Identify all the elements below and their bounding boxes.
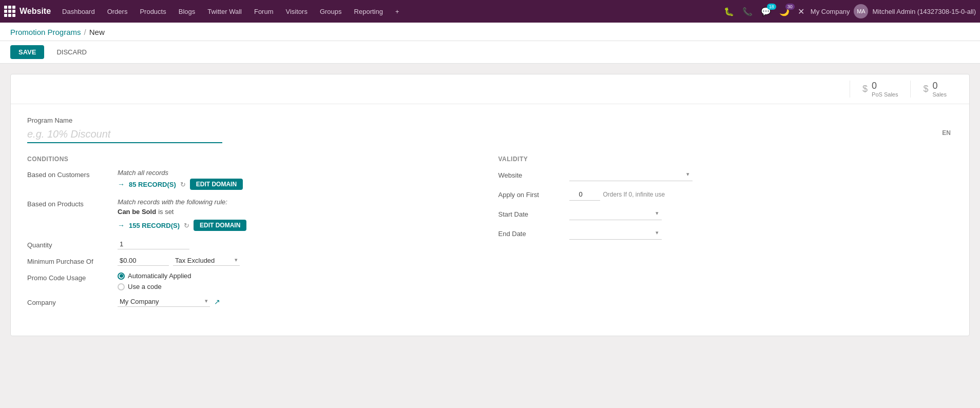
nav-products[interactable]: Products <box>134 6 171 17</box>
nav-orders[interactable]: Orders <box>102 6 133 17</box>
quantity-value <box>118 239 482 249</box>
based-on-customers-label: Based on Customers <box>27 169 109 179</box>
conditions-title: Conditions <box>27 156 482 163</box>
sales-info: 0 Sales <box>932 81 947 98</box>
external-link-icon[interactable]: ↗ <box>214 298 220 306</box>
end-date-select[interactable] <box>569 227 662 240</box>
end-date-wrap <box>569 227 662 240</box>
auto-applied-option[interactable]: Automatically Applied <box>118 272 482 280</box>
pos-sales-stat[interactable]: $ 0 PoS Sales <box>850 81 910 98</box>
company-name[interactable]: My Company <box>811 8 850 15</box>
auto-applied-radio[interactable] <box>118 273 125 280</box>
edit-domain-customers-button[interactable]: EDIT DOMAIN <box>190 179 243 190</box>
company-value: My Company ↗ <box>118 297 482 307</box>
apply-on-first-input[interactable] <box>569 188 600 201</box>
use-code-radio[interactable] <box>118 283 125 290</box>
sales-stat[interactable]: $ 0 Sales <box>910 81 959 98</box>
rule-field: Can be Sold <box>118 208 156 216</box>
moon-badge: 30 <box>785 4 795 10</box>
customers-records-line: → 85 RECORD(S) ↻ EDIT DOMAIN <box>118 179 482 190</box>
min-purchase-label: Minimum Purchase Of <box>27 256 109 265</box>
chat-icon[interactable]: 💬 18 <box>759 6 773 17</box>
refresh-icon-customers[interactable]: ↻ <box>180 181 186 188</box>
pos-sales-info: 0 PoS Sales <box>872 81 898 98</box>
products-count[interactable]: 155 RECORD(S) <box>129 222 180 229</box>
form-body: Program Name EN Conditions Based on Cust… <box>11 104 969 336</box>
notifications-badge: 18 <box>767 4 776 10</box>
program-name-input[interactable] <box>27 126 222 143</box>
promo-code-value: Automatically Applied Use a code <box>118 272 482 290</box>
conditions-section: Conditions Based on Customers Match all … <box>27 156 482 313</box>
phone-icon[interactable]: 📞 <box>740 6 755 17</box>
two-col-layout: Conditions Based on Customers Match all … <box>27 156 953 313</box>
customers-match-text: Match all records <box>118 169 482 177</box>
brand-logo[interactable]: Website <box>4 6 51 17</box>
quantity-input[interactable] <box>118 239 189 249</box>
breadcrumb-separator: / <box>84 28 86 36</box>
website-select[interactable] <box>569 169 693 181</box>
website-select-wrap <box>569 169 693 181</box>
nav-twitter-wall[interactable]: Twitter Wall <box>202 6 247 17</box>
pos-sales-number: 0 <box>872 81 898 91</box>
arrow-icon-products: → <box>118 221 125 229</box>
based-on-products-value: Match records with the following rule: C… <box>118 198 482 233</box>
nav-add[interactable]: + <box>390 6 405 17</box>
min-purchase-input[interactable] <box>118 256 169 266</box>
quantity-row: Quantity <box>27 239 482 249</box>
arrow-icon-customers: → <box>118 180 125 188</box>
based-on-products-row: Based on Products Match records with the… <box>27 198 482 233</box>
nav-blogs[interactable]: Blogs <box>174 6 201 17</box>
promo-code-row: Promo Code Usage Automatically Applied <box>27 272 482 290</box>
main-scroll: Promotion Programs / New SAVE DISCARD $ … <box>0 23 980 408</box>
nav-reporting[interactable]: Reporting <box>349 6 388 17</box>
edit-domain-products-button[interactable]: EDIT DOMAIN <box>194 220 246 231</box>
start-date-row: Start Date <box>498 208 953 220</box>
customers-count[interactable]: 85 RECORD(S) <box>129 181 176 188</box>
end-date-value <box>569 227 953 240</box>
products-records-line: → 155 RECORD(S) ↻ EDIT DOMAIN <box>118 220 482 231</box>
based-on-customers-row: Based on Customers Match all records → 8… <box>27 169 482 192</box>
end-date-label: End Date <box>498 230 565 238</box>
toolbar: SAVE DISCARD <box>0 41 980 64</box>
website-value <box>569 169 953 181</box>
breadcrumb-parent[interactable]: Promotion Programs <box>10 28 81 36</box>
moon-icon[interactable]: 🌙 30 <box>777 6 792 17</box>
user-name[interactable]: Mitchell Admin (14327308-15-0-all) <box>872 8 976 15</box>
tax-select-wrapper: Tax Excluded Tax Included <box>173 256 240 266</box>
discard-button[interactable]: DISCARD <box>48 45 95 59</box>
sales-label: Sales <box>932 91 947 98</box>
program-name-section: Program Name EN <box>27 116 953 143</box>
main-content: $ 0 PoS Sales $ 0 Sales <box>0 64 980 346</box>
orders-hint: Orders If 0, infinite use <box>603 191 665 198</box>
nav-right-section: 🐛 📞 💬 18 🌙 30 ✕ My Company MA Mitchell A… <box>722 4 976 18</box>
min-purchase-row: Minimum Purchase Of Tax Excluded Tax Inc… <box>27 256 482 266</box>
pos-sales-label: PoS Sales <box>872 91 898 98</box>
save-button[interactable]: SAVE <box>10 45 44 59</box>
website-row: Website <box>498 169 953 181</box>
auto-applied-label: Automatically Applied <box>128 272 191 280</box>
use-code-label: Use a code <box>128 283 162 290</box>
top-navigation: Website Dashboard Orders Products Blogs … <box>0 0 980 23</box>
tax-select[interactable]: Tax Excluded Tax Included <box>173 256 240 266</box>
start-date-select[interactable] <box>569 208 662 220</box>
apply-on-first-label: Apply on First <box>498 191 565 199</box>
dollar-icon-sales: $ <box>923 84 928 94</box>
refresh-icon-products[interactable]: ↻ <box>184 222 189 229</box>
program-name-input-wrap: EN <box>27 126 953 143</box>
company-row: Company My Company ↗ <box>27 297 482 307</box>
dollar-icon-pos: $ <box>862 84 868 94</box>
nav-forum[interactable]: Forum <box>249 6 279 17</box>
products-match-text: Match records with the following rule: <box>118 198 482 206</box>
based-on-customers-value: Match all records → 85 RECORD(S) ↻ EDIT … <box>118 169 482 192</box>
avatar[interactable]: MA <box>854 4 868 18</box>
apply-on-first-row: Apply on First Orders If 0, infinite use <box>498 188 953 201</box>
nav-groups[interactable]: Groups <box>315 6 347 17</box>
nav-dashboard[interactable]: Dashboard <box>57 6 100 17</box>
use-code-option[interactable]: Use a code <box>118 283 482 290</box>
bug-icon[interactable]: 🐛 <box>722 6 736 17</box>
start-date-wrap <box>569 208 662 220</box>
language-badge: EN <box>942 129 951 137</box>
company-select[interactable]: My Company <box>118 297 210 307</box>
close-icon[interactable]: ✕ <box>796 6 806 17</box>
nav-visitors[interactable]: Visitors <box>281 6 313 17</box>
